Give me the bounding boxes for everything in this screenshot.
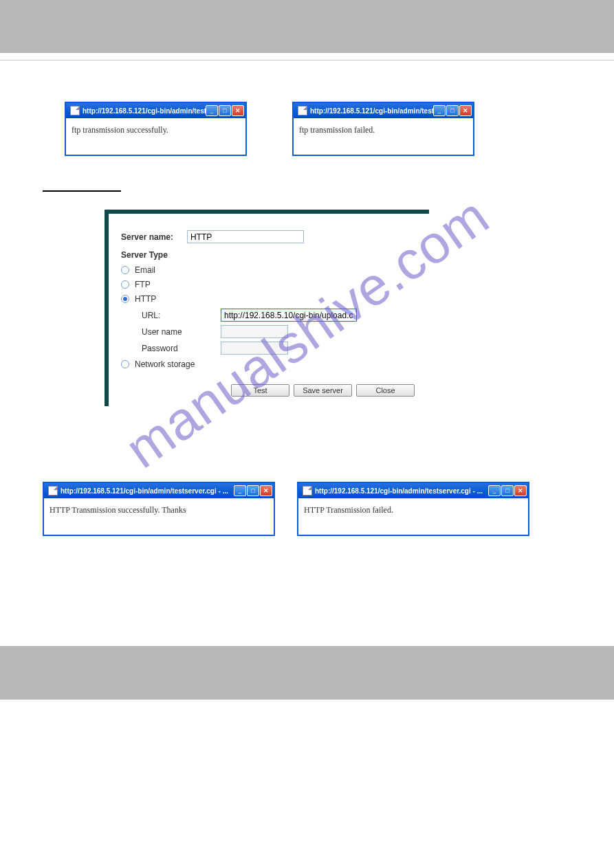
page-icon (48, 486, 58, 496)
radio-http[interactable]: HTTP (121, 294, 417, 304)
username-label: User name (142, 327, 221, 337)
test-button[interactable]: Test (231, 384, 289, 397)
window-buttons: _ □ ✕ (206, 105, 244, 116)
maximize-button[interactable]: □ (446, 105, 459, 116)
page-icon (298, 106, 307, 115)
radio-email[interactable]: Email (121, 265, 417, 275)
section-underline (43, 190, 121, 192)
close-button[interactable]: ✕ (260, 485, 272, 496)
ftp-success-popup: http://192.168.5.121/cgi-bin/admin/tests… (65, 102, 247, 156)
popup-body-text: HTTP Transmission failed. (298, 498, 528, 535)
password-input[interactable] (221, 342, 288, 355)
server-config-panel: Server name: Server Type Email FTP HTTP … (105, 210, 429, 406)
password-row: Password (142, 342, 417, 355)
http-popup-row: http://192.168.5.121/cgi-bin/admin/tests… (43, 482, 571, 536)
page-icon (70, 106, 80, 115)
titlebar[interactable]: http://192.168.5.121/cgi-bin/admin/tests… (44, 483, 274, 498)
radio-label: Email (135, 265, 155, 275)
popup-body-text: ftp transmission successfully. (66, 118, 245, 155)
radio-network-storage[interactable]: Network storage (121, 359, 417, 369)
radio-icon (121, 280, 129, 289)
minimize-button[interactable]: _ (234, 485, 246, 496)
close-button[interactable]: Close (356, 384, 415, 397)
save-server-button[interactable]: Save server (294, 384, 352, 397)
minimize-button[interactable]: _ (433, 105, 446, 116)
popup-body-text: HTTP Transmission successfully. Thanks (44, 498, 274, 535)
http-fail-popup: http://192.168.5.121/cgi-bin/admin/tests… (297, 482, 529, 536)
ftp-fail-popup: http://192.168.5.121/cgi-bin/admin/tests… (292, 102, 474, 156)
http-success-popup: http://192.168.5.121/cgi-bin/admin/tests… (43, 482, 275, 536)
url-row: URL: (142, 309, 417, 322)
window-title: http://192.168.5.121/cgi-bin/admin/tests… (83, 107, 206, 115)
server-name-label: Server name: (121, 232, 187, 242)
server-type-label: Server Type (121, 250, 417, 260)
page-content: manualshive.com http://192.168.5.121/cgi… (0, 60, 614, 605)
header-bar (0, 0, 614, 53)
username-input[interactable] (221, 325, 288, 338)
radio-icon (121, 360, 129, 368)
maximize-button[interactable]: □ (219, 105, 231, 116)
radio-icon (121, 266, 129, 274)
url-input[interactable] (221, 309, 357, 322)
radio-ftp[interactable]: FTP (121, 280, 417, 289)
radio-icon (121, 295, 129, 303)
maximize-button[interactable]: □ (501, 485, 514, 496)
window-title: http://192.168.5.121/cgi-bin/admin/tests… (61, 487, 234, 495)
page-icon (303, 486, 312, 496)
maximize-button[interactable]: □ (247, 485, 259, 496)
username-row: User name (142, 325, 417, 338)
close-button[interactable]: ✕ (459, 105, 472, 116)
config-button-row: Test Save server Close (231, 384, 417, 397)
window-title: http://192.168.5.121/cgi-bin/admin/tests… (310, 107, 433, 115)
password-label: Password (142, 344, 221, 353)
titlebar[interactable]: http://192.168.5.121/cgi-bin/admin/tests… (66, 103, 245, 118)
window-buttons: _ □ ✕ (488, 485, 527, 496)
radio-label: Network storage (135, 359, 195, 369)
popup-body-text: ftp transmission failed. (294, 118, 473, 155)
close-button[interactable]: ✕ (514, 485, 527, 496)
server-name-row: Server name: (121, 230, 417, 243)
radio-label: HTTP (135, 294, 156, 304)
titlebar[interactable]: http://192.168.5.121/cgi-bin/admin/tests… (294, 103, 473, 118)
window-buttons: _ □ ✕ (234, 485, 272, 496)
server-name-input[interactable] (187, 230, 304, 243)
radio-label: FTP (135, 280, 151, 289)
ftp-popup-row: http://192.168.5.121/cgi-bin/admin/tests… (65, 102, 571, 156)
titlebar[interactable]: http://192.168.5.121/cgi-bin/admin/tests… (298, 483, 528, 498)
url-label: URL: (142, 311, 221, 320)
minimize-button[interactable]: _ (488, 485, 501, 496)
close-button[interactable]: ✕ (232, 105, 244, 116)
window-buttons: _ □ ✕ (433, 105, 472, 116)
minimize-button[interactable]: _ (206, 105, 218, 116)
window-title: http://192.168.5.121/cgi-bin/admin/tests… (315, 487, 488, 495)
footer-bar (0, 646, 614, 700)
